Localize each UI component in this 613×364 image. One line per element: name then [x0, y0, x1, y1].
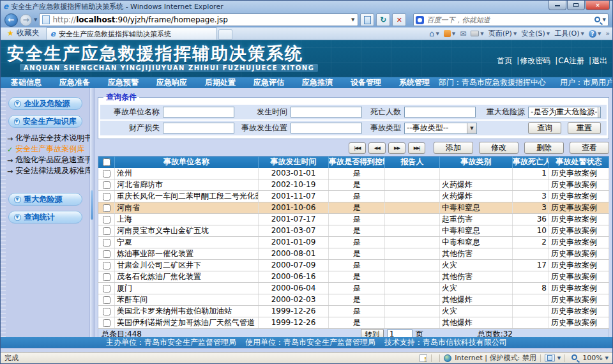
close-button[interactable]: × [586, 1, 610, 10]
sidebar-item[interactable]: 安全法律法规及标准库 [7, 165, 89, 176]
read-mail-button[interactable]: ✉ [460, 29, 466, 38]
table-row[interactable]: 美国北卡罗来纳州韦兹伯勒加油站 1999-12-26 是 火灾 历史事故案例 [98, 305, 609, 317]
menu-item[interactable]: 系统管理 [390, 77, 439, 88]
occur-time-input[interactable] [291, 107, 362, 118]
column-header[interactable]: 事故处警状态 [549, 156, 609, 168]
row-checkbox[interactable] [103, 170, 110, 178]
compatibility-status[interactable]: ▼ [545, 354, 561, 362]
header-link[interactable]: CA注册 [550, 56, 584, 66]
feeds-button[interactable]: ▼ [444, 30, 455, 37]
row-checkbox[interactable] [103, 193, 110, 201]
header-link[interactable]: 首页 [497, 56, 512, 66]
pager-button[interactable]: ▶▶ [388, 142, 405, 154]
refresh-button[interactable]: ↻ [376, 13, 390, 26]
table-row[interactable]: 河北省廊坊市 2002-10-19 是 火药爆炸 历史事故案例 [98, 179, 609, 190]
action-button[interactable]: 修改 [479, 142, 518, 154]
sidebar-group-knowledge[interactable]: ▼ 安全生产知识库 [8, 115, 82, 128]
minimize-button[interactable] [549, 1, 566, 10]
sidebar-group-query-stats[interactable]: ▼ 查询统计 [8, 211, 82, 224]
row-checkbox[interactable] [103, 308, 110, 315]
menu-item[interactable]: 应急推演 [293, 77, 342, 88]
row-checkbox[interactable] [103, 296, 110, 304]
overflow-chevron[interactable]: » [605, 29, 610, 38]
row-checkbox[interactable] [103, 204, 110, 212]
row-checkbox[interactable] [103, 273, 110, 281]
splitter-handle[interactable] [91, 190, 93, 220]
menu-item[interactable]: 应急准备 [50, 77, 99, 88]
deaths-input[interactable] [404, 107, 476, 118]
table-row[interactable]: 上海 2001-07-17 是 起重伤害 36 历史事故案例 [98, 213, 609, 225]
favorites-button[interactable]: ★ 收藏夹 [3, 26, 46, 40]
back-button[interactable]: ← [4, 13, 18, 27]
table-row[interactable]: 沧州 2003-01-01 是 1 历史事故案例 [98, 168, 609, 179]
table-row[interactable]: 河南灵宝市义寺山金矿五坑 2001-03-07 是 中毒和窒息 10 历史事故案… [98, 225, 609, 236]
table-row[interactable]: 美国伊利诺斯州芝加哥炼油厂天然气管道 1999-12-26 是 其他爆炸 历史事… [98, 317, 609, 328]
location-input[interactable] [291, 123, 362, 133]
menu-item[interactable]: 设备管理 [342, 77, 390, 88]
column-header[interactable]: 事故单位名称 [115, 156, 259, 168]
reset-button[interactable]: 重置 [568, 122, 601, 134]
search-provider-caret[interactable]: ▼ [603, 17, 606, 22]
sidebar-item[interactable]: 化学品安全技术说明书 [7, 133, 89, 144]
pager-button[interactable]: |◀◀ [349, 142, 366, 154]
help-menu[interactable]: ?▼ [589, 30, 601, 38]
property-loss-input[interactable] [163, 123, 234, 133]
new-tab-button[interactable] [218, 29, 232, 40]
sidebar-item[interactable]: 危险化学品应急速查手... [7, 155, 89, 165]
print-button[interactable]: ▼ [471, 31, 483, 36]
page-menu[interactable]: 页面(P)▼ [488, 29, 517, 38]
column-header[interactable]: 事故死亡人数 [513, 156, 549, 168]
forward-button[interactable]: → [20, 14, 32, 26]
zoom-caret[interactable]: ▼ [605, 356, 609, 361]
table-row[interactable]: 苯酐车间 2000-02-03 是 其他爆炸 历史事故案例 [98, 294, 609, 305]
table-row[interactable]: 厦门 2000-06-04 是 火灾 8 历史事故案例 [98, 282, 609, 294]
row-checkbox[interactable] [103, 262, 110, 269]
search-button[interactable]: 查询 [528, 122, 561, 134]
url-text[interactable]: http://localhost:90/yjzh/frame/homepage.… [52, 15, 349, 24]
header-link[interactable]: 退出 [584, 56, 607, 66]
menu-item[interactable]: 应急响应 [148, 77, 196, 88]
column-header[interactable]: 事故发生时间 [259, 156, 329, 168]
recent-pages-caret[interactable]: ▼ [34, 17, 37, 22]
search-input[interactable] [427, 16, 591, 24]
action-button[interactable]: 删除 [524, 142, 564, 154]
menu-item[interactable]: 应急评估 [245, 77, 293, 88]
tools-menu[interactable]: 工具(O)▼ [554, 29, 584, 38]
row-checkbox[interactable] [103, 181, 110, 189]
accident-type-select[interactable]: --事故类型-- ▼ [404, 123, 477, 134]
menu-item[interactable]: 应急预警 [99, 77, 148, 88]
action-button[interactable]: 查看 [570, 142, 609, 154]
sidebar-group-major-hazard[interactable]: ▼ 重大危险源 [8, 193, 82, 206]
action-button[interactable]: 添加 [434, 142, 473, 154]
column-header[interactable]: 事故类别 [440, 156, 513, 168]
unit-name-input[interactable] [163, 107, 234, 118]
compatibility-view-button[interactable] [360, 13, 374, 26]
sidebar-item[interactable]: 安全生产事故案例库 [7, 144, 89, 155]
table-row[interactable]: 宁夏 2001-01-09 是 中毒和窒息 2 历史事故案例 [98, 236, 609, 248]
menu-item[interactable]: 基础信息 [2, 77, 50, 88]
major-hazard-select[interactable]: -是否为重大危险源- ▼ [528, 107, 601, 118]
home-button[interactable]: ⌂▼ [429, 29, 439, 38]
row-checkbox[interactable] [103, 239, 110, 246]
pager-button[interactable]: ◀◀ [368, 142, 386, 154]
address-field[interactable]: http://localhost:90/yjzh/frame/homepage.… [39, 13, 358, 26]
row-checkbox[interactable] [103, 250, 110, 258]
maximize-button[interactable] [567, 1, 585, 10]
column-header[interactable]: 报告人 [385, 156, 440, 168]
address-dropdown-caret[interactable]: ▼ [349, 17, 356, 22]
stop-button[interactable]: ✕ [392, 13, 406, 26]
column-header[interactable]: 事故是否得到控制 [329, 156, 385, 168]
sidebar-splitter[interactable] [90, 88, 95, 337]
search-icon[interactable] [594, 17, 600, 22]
table-row[interactable]: 重庆长风化一车间二苯甲酮工段二号光化釜 2001-11-07 是 火药爆炸 3 … [98, 190, 609, 202]
table-row[interactable]: 甘肃金川公司二矿区井下 2000-07-09 是 火灾 17 历史事故案例 [98, 259, 609, 271]
select-all-checkbox[interactable] [103, 158, 110, 166]
row-checkbox[interactable] [103, 285, 110, 292]
row-checkbox[interactable] [103, 319, 110, 327]
table-row[interactable]: 河南省 2001-10-06 是 中毒和窒息 3 历史事故案例 [98, 202, 609, 213]
menu-item[interactable]: 后期处置 [196, 77, 245, 88]
table-row[interactable]: 茂名石化炼油厂焦化装置 2000-06-16 是 其他伤害 历史事故案例 [98, 271, 609, 282]
safety-menu[interactable]: 安全(S)▼ [521, 29, 550, 38]
zoom-control[interactable]: 100% ▼ [569, 354, 609, 362]
row-checkbox[interactable] [103, 227, 110, 235]
